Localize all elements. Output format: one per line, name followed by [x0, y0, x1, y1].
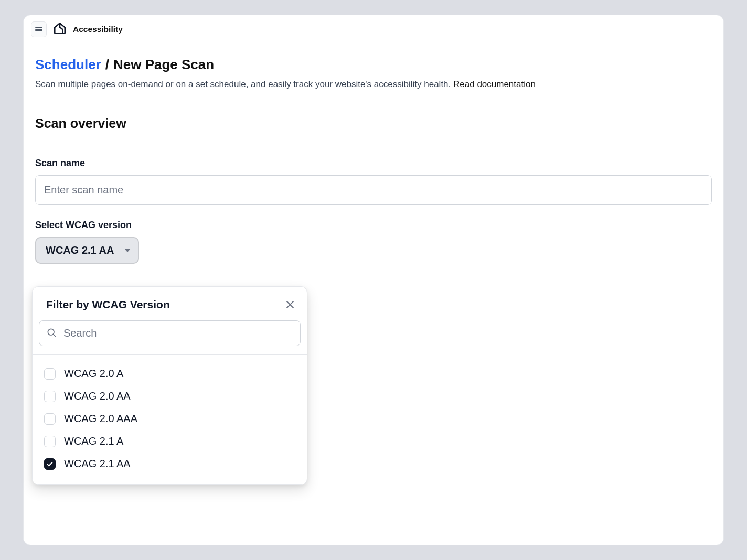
- description-text: Scan multiple pages on-demand or on a se…: [35, 79, 453, 89]
- search-icon: [46, 327, 57, 340]
- option-label: WCAG 2.1 A: [64, 435, 123, 447]
- divider: [35, 102, 712, 102]
- checkbox[interactable]: [44, 436, 56, 447]
- checkbox[interactable]: [44, 458, 56, 470]
- breadcrumb-separator: /: [105, 57, 109, 73]
- wcag-option[interactable]: WCAG 2.0 A: [43, 362, 296, 385]
- dropdown-header: Filter by WCAG Version: [33, 287, 307, 317]
- search-wrap: [33, 317, 307, 354]
- wcag-option[interactable]: WCAG 2.1 A: [43, 430, 296, 453]
- wcag-version-selected-value: WCAG 2.1 AA: [46, 244, 114, 256]
- documentation-link[interactable]: Read documentation: [453, 79, 536, 89]
- app-panel: Accessibility Scheduler / New Page Scan …: [23, 15, 724, 545]
- breadcrumb: Scheduler / New Page Scan: [35, 57, 712, 73]
- breadcrumb-scheduler-link[interactable]: Scheduler: [35, 57, 101, 73]
- close-button[interactable]: [283, 297, 297, 312]
- wcag-version-label: Select WCAG version: [35, 220, 712, 231]
- chevron-down-icon: [124, 249, 131, 252]
- wcag-option[interactable]: WCAG 2.0 AA: [43, 385, 296, 407]
- wcag-filter-dropdown: Filter by WCAG Version WCAG 2.0 AWCAG 2.…: [32, 286, 307, 485]
- wcag-option[interactable]: WCAG 2.1 AA: [43, 453, 296, 475]
- scan-name-field: Scan name: [35, 158, 712, 205]
- scan-name-input[interactable]: [35, 175, 712, 205]
- scan-name-label: Scan name: [35, 158, 712, 169]
- check-icon: [46, 460, 54, 468]
- menu-button[interactable]: [31, 21, 47, 37]
- option-label: WCAG 2.1 AA: [64, 458, 131, 470]
- menu-icon: [35, 26, 42, 32]
- options-list: WCAG 2.0 AWCAG 2.0 AAWCAG 2.0 AAAWCAG 2.…: [33, 355, 307, 484]
- search-input[interactable]: [39, 320, 301, 346]
- page-description: Scan multiple pages on-demand or on a se…: [35, 78, 712, 91]
- brand-icon: [53, 21, 67, 37]
- wcag-option[interactable]: WCAG 2.0 AAA: [43, 407, 296, 430]
- app-header: Accessibility: [24, 15, 723, 44]
- content: Scheduler / New Page Scan Scan multiple …: [24, 44, 723, 545]
- option-label: WCAG 2.0 A: [64, 368, 123, 380]
- app-title: Accessibility: [73, 25, 123, 34]
- option-label: WCAG 2.0 AAA: [64, 413, 137, 425]
- checkbox[interactable]: [44, 391, 56, 402]
- wcag-version-select[interactable]: WCAG 2.1 AA: [35, 237, 139, 264]
- divider: [35, 143, 712, 143]
- breadcrumb-current: New Page Scan: [113, 57, 214, 73]
- checkbox[interactable]: [44, 368, 56, 380]
- section-title: Scan overview: [35, 116, 712, 131]
- close-icon: [286, 300, 294, 309]
- dropdown-title: Filter by WCAG Version: [46, 298, 170, 311]
- checkbox[interactable]: [44, 413, 56, 425]
- svg-point-0: [48, 329, 54, 335]
- option-label: WCAG 2.0 AA: [64, 390, 131, 402]
- wcag-version-field: Select WCAG version WCAG 2.1 AA: [35, 220, 712, 264]
